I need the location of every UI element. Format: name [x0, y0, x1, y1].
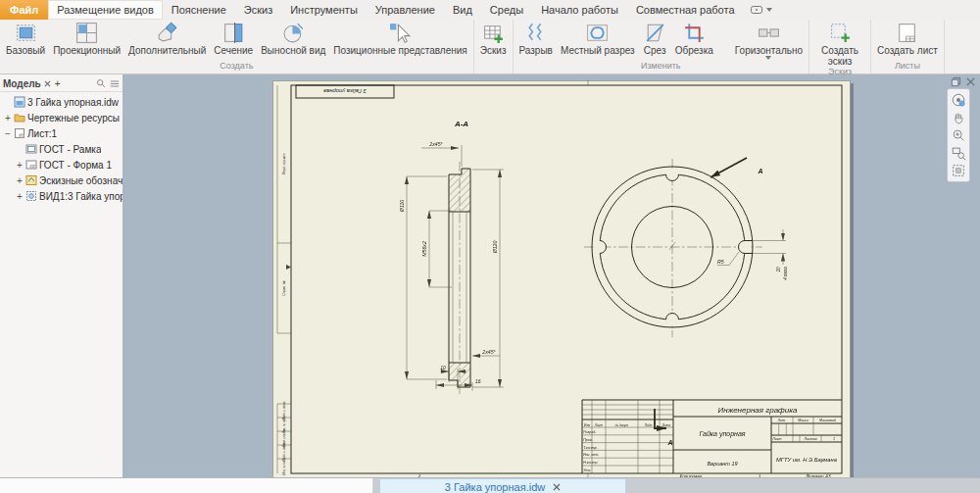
chevron-down-icon — [766, 8, 772, 12]
file-menu-button[interactable]: Файл — [0, 0, 48, 20]
tab-bar-empty-area — [0, 478, 373, 493]
drawing-sheet[interactable]: Перв. примен. Справ. № Подп. и дата Инв.… — [272, 80, 851, 477]
ribbon-button-label: Эскиз — [480, 45, 507, 56]
search-icon[interactable] — [96, 78, 106, 88]
title-block-organization: МГТУ им. Н.Э.Баумана — [776, 457, 838, 463]
pan-hand-icon[interactable] — [951, 110, 966, 125]
zoom-icon[interactable] — [951, 127, 966, 143]
ribbon-group-sketch: Создать эскиз Эскиз — [809, 20, 871, 74]
tree-item-gost-form1[interactable]: + ГОСТ - Форма 1 — [0, 157, 122, 173]
positional-representations-icon — [388, 21, 413, 45]
title-block-mass: Масса — [798, 419, 808, 422]
title-block-sheets-label: Листов — [803, 437, 816, 441]
navigation-wheel-icon[interactable] — [951, 92, 966, 108]
ribbon-tab-tools[interactable]: Инструменты — [281, 0, 367, 20]
close-icon[interactable] — [44, 80, 51, 87]
tree-item-document[interactable]: 3 Гайка упорная.idw — [0, 94, 122, 110]
tree-item-drawing-resources[interactable]: + Чертежные ресурсы — [0, 110, 122, 125]
margin-field-label: Справ. № — [282, 280, 286, 296]
idw-document-icon — [14, 96, 25, 108]
crop-icon — [682, 21, 707, 45]
ribbon-group-modify: Разрыв Местный разрез Срез — [514, 20, 810, 74]
ribbon-button-auxiliary-view[interactable]: Дополнительный — [124, 20, 210, 56]
tree-item-label: ВИД1:3 Гайка упорная.ipt — [39, 191, 122, 202]
sheet-icon — [14, 127, 25, 139]
drawing-view-icon — [25, 190, 37, 202]
ribbon-appearance-icon — [750, 4, 763, 16]
tree-item-view1[interactable]: + ВИД1:3 Гайка упорная.ipt — [0, 188, 122, 204]
dim-w10: 10 — [440, 365, 446, 370]
navigation-bar — [947, 88, 970, 182]
ribbon-button-label: Обрезка — [675, 45, 713, 56]
title-block-sheet-label: Лист — [771, 437, 781, 441]
title-block-variant: Вариант 19 — [707, 461, 737, 467]
browser-header: Модель + — [0, 74, 122, 92]
ribbon-button-label: Дополнительный — [128, 45, 206, 56]
close-window-icon[interactable] — [965, 76, 976, 87]
drawing-canvas[interactable]: Перв. примен. Справ. № Подп. и дата Инв.… — [122, 74, 980, 477]
ribbon-button-label: Срез — [644, 45, 666, 56]
auxiliary-view-icon — [155, 21, 179, 45]
ribbon-button-crop[interactable]: Обрезка — [671, 20, 717, 56]
ribbon-button-slice[interactable]: Срез — [639, 20, 671, 56]
ribbon-tab-manage[interactable]: Управление — [367, 0, 444, 20]
detail-view-icon — [281, 21, 306, 45]
hamburger-menu-icon[interactable] — [110, 79, 120, 88]
ribbon-group-sketch-big: Эскиз — [474, 20, 514, 74]
ribbon-button-new-sheet[interactable]: Создать лист — [873, 20, 942, 56]
ribbon-tab-view[interactable]: Вид — [444, 0, 481, 20]
expander[interactable]: + — [4, 113, 12, 123]
document-tab[interactable]: 3 Гайка упорная.idw — [379, 478, 626, 493]
title-block-row: Пров. — [583, 438, 592, 442]
ribbon-button-label: Создать эскиз — [815, 45, 864, 67]
ribbon-button-label: Разрыв — [519, 45, 553, 56]
ribbon-button-section-view[interactable]: Сечение — [210, 20, 257, 56]
tree-item-sketch-symbols[interactable]: + Эскизные обозначения — [0, 173, 122, 188]
tree-item-gost-frame[interactable]: ГОСТ - Рамка — [0, 141, 122, 157]
restore-window-icon[interactable] — [951, 76, 961, 87]
ribbon-tab-annotate[interactable]: Пояснение — [163, 0, 235, 20]
dim-d120: Ø120 — [492, 241, 498, 255]
ribbon-button-horizontal[interactable]: Горизонтально — [731, 20, 807, 60]
zoom-window-icon[interactable] — [951, 145, 966, 161]
expander[interactable]: + — [16, 175, 24, 186]
cut-label-top: А — [757, 168, 762, 174]
ribbon-display-toggle-button[interactable] — [744, 0, 778, 20]
rotated-stamp-text: 3 Гайка упорная — [323, 88, 367, 94]
close-icon[interactable] — [553, 483, 561, 491]
ribbon-button-projected-view[interactable]: Проекционный — [49, 20, 124, 56]
expander[interactable]: + — [16, 160, 24, 171]
title-block-part-name: Гайка упорная — [699, 430, 745, 438]
ribbon-tab-sketch[interactable]: Эскиз — [235, 0, 281, 20]
ribbon-button-label: Создать лист — [877, 45, 938, 56]
ribbon-button-break[interactable]: Разрыв — [515, 20, 557, 56]
ribbon-tab-environments[interactable]: Среды — [481, 0, 532, 20]
expander[interactable]: + — [16, 191, 24, 202]
tree-item-label: Чертежные ресурсы — [27, 113, 120, 123]
ribbon-button-detail-view[interactable]: Выносной вид — [257, 20, 329, 56]
ribbon-button-break-out[interactable]: Местный разрез — [557, 20, 639, 56]
browser-tab-model[interactable]: Модель — [3, 78, 51, 89]
ribbon-tab-get-started[interactable]: Начало работы — [532, 0, 627, 20]
section-view-icon — [221, 21, 246, 45]
ribbon-button-draft-views[interactable]: Позиционные представления — [329, 20, 470, 56]
ribbon-tab-place-views[interactable]: Размещение видов — [48, 0, 163, 20]
title-block-row: Н.контр. — [583, 461, 598, 465]
ribbon: Базовый Проекционный Дополнительный — [0, 20, 980, 74]
ribbon-button-base-view[interactable]: Базовый — [2, 20, 49, 56]
ribbon-tab-collaborate[interactable]: Совместная работа — [627, 0, 744, 20]
ribbon-button-label: Проекционный — [53, 45, 121, 56]
zoom-all-icon[interactable] — [951, 163, 966, 178]
ribbon-button-sketch[interactable]: Эскиз — [476, 20, 511, 56]
tree-item-sheet1[interactable]: − Лист:1 — [0, 125, 122, 141]
expander[interactable]: − — [4, 128, 12, 139]
ribbon-button-label: Местный разрез — [561, 45, 635, 56]
ribbon-button-label: Сечение — [214, 45, 253, 56]
ribbon-button-create-sketch[interactable]: Создать эскиз — [811, 20, 868, 67]
tree-item-label: ГОСТ - Рамка — [39, 144, 101, 155]
border-frame-icon — [25, 143, 37, 155]
browser-add-tab-button[interactable]: + — [55, 78, 61, 89]
ribbon-group-sheets: Создать лист Листы — [871, 20, 945, 74]
tree-item-label: Лист:1 — [27, 128, 57, 139]
document-tab-label: 3 Гайка упорная.idw — [445, 481, 545, 493]
